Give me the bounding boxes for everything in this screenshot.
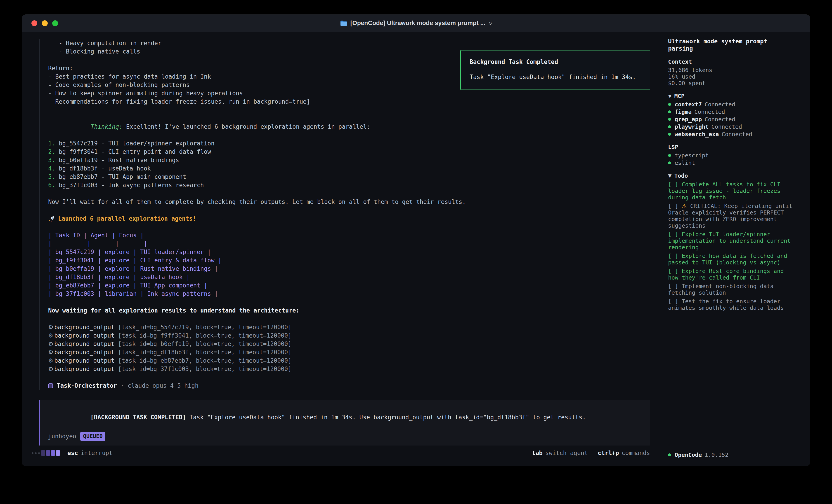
- lsp-item: typescript: [668, 152, 795, 159]
- sidebar: Ultrawork mode system prompt parsing Con…: [654, 32, 810, 466]
- lsp-section: LSP typescripteslint: [668, 144, 795, 166]
- table-line: | bg_f9ff3041 | explore | CLI entry & da…: [48, 256, 650, 264]
- agent-list-number: 1.: [48, 140, 55, 147]
- close-button[interactable]: [31, 20, 37, 26]
- toast-notification[interactable]: Background Task Completed Task "Explore …: [460, 50, 650, 90]
- agent-list-item: 5. bg_eb87ebb7 - TUI App main component: [48, 173, 650, 181]
- spinner-dot: [35, 452, 36, 454]
- tool-call: ⚙background_output [task_id=bg_5547c219,…: [48, 323, 650, 332]
- agent-list-item: 6. bg_37f1c003 - Ink async patterns rese…: [48, 181, 650, 190]
- statusbar-right: tab switch agent ctrl+p commands: [532, 450, 650, 456]
- spinner-block: [46, 450, 50, 456]
- mcp-name: playwright: [675, 123, 709, 130]
- table-line: | bg_b0effa19 | explore | Rust native bi…: [48, 264, 650, 273]
- sidebar-footer: OpenCode 1.0.152: [668, 452, 795, 466]
- chat-main: - Heavy computation in render - Blocking…: [22, 32, 654, 466]
- todo-item: [ ] Explore how data is fetched and pass…: [668, 253, 795, 266]
- table-line: | bg_5547c219 | explore | TUI loader/spi…: [48, 248, 650, 256]
- tool-args: [task_id=bg_eb87ebb7, block=true, timeou…: [118, 357, 291, 364]
- message-line: - Recommendations for fixing loader free…: [48, 97, 650, 106]
- todo-list: [ ] Complete ALL tasks to fix CLI loader…: [668, 181, 795, 311]
- context-heading: Context: [668, 58, 795, 65]
- esc-key-hint: esc: [68, 450, 78, 456]
- status-dot: [668, 162, 671, 164]
- lsp-name: eslint: [675, 160, 695, 166]
- agent-list-item: 4. bg_df18bb3f - useData hook: [48, 164, 650, 173]
- agent-list-number: 3.: [48, 157, 55, 164]
- chevron-down-icon: ▼: [668, 93, 672, 100]
- todo-item: [ ] ⚠ CRITICAL: Keep iterating until Ora…: [668, 203, 795, 229]
- zoom-button[interactable]: [52, 20, 58, 26]
- mcp-item: playwrightConnected: [668, 123, 795, 130]
- mcp-heading-label: MCP: [674, 93, 684, 100]
- tool-name: background_output: [54, 366, 118, 372]
- mcp-name: websearch_exa: [675, 131, 719, 138]
- agent-footer-model: claude-opus-4-5-high: [128, 382, 199, 390]
- todo-item: [ ] Test the fix to ensure loader animat…: [668, 298, 795, 311]
- lsp-list: typescripteslint: [668, 152, 795, 166]
- tool-call: ⚙background_output [task_id=bg_df18bb3f,…: [48, 348, 650, 357]
- agent-footer-name: Task-Orchestrator: [57, 382, 117, 390]
- mcp-item: figmaConnected: [668, 109, 795, 115]
- background-task-text: [BACKGROUND TASK COMPLETED] Task "Explor…: [48, 405, 642, 430]
- agent-footer: Task-Orchestrator · claude-opus-4-5-high: [48, 382, 650, 390]
- spinner-dot: [32, 452, 33, 454]
- mcp-list: context7ConnectedfigmaConnectedgrep_appC…: [668, 101, 795, 138]
- todo-section: ▼ Todo [ ] Complete ALL tasks to fix CLI…: [668, 172, 795, 311]
- tool-name: background_output: [54, 324, 118, 331]
- status-dot: [668, 453, 671, 456]
- gear-icon: ⚙: [48, 340, 53, 347]
- tool-name: background_output: [54, 349, 118, 356]
- tab-key-label: switch agent: [545, 450, 588, 456]
- tool-args: [task_id=bg_f9ff3041, block=true, timeou…: [118, 332, 291, 339]
- spinner-dot: [38, 452, 40, 454]
- background-task-message: [BACKGROUND TASK COMPLETED] Task "Explor…: [39, 400, 650, 446]
- mcp-item: grep_appConnected: [668, 116, 795, 122]
- mcp-name: grep_app: [675, 116, 702, 122]
- window-title: [OpenCode] Ultrawork mode system prompt …: [22, 20, 810, 27]
- background-task-label: [BACKGROUND TASK COMPLETED]: [90, 414, 186, 421]
- mcp-item: websearch_exaConnected: [668, 131, 795, 138]
- status-dot: [668, 133, 671, 136]
- commands-key-hint: ctrl+p: [598, 450, 619, 456]
- todo-item: [ ] Implement non-blocking data fetching…: [668, 283, 795, 296]
- agent-list-item: 2. bg_f9ff3041 - CLI entry point and dat…: [48, 148, 650, 156]
- mcp-name: figma: [675, 109, 692, 115]
- mcp-status: Connected: [704, 101, 735, 108]
- chevron-down-icon: ▼: [668, 172, 672, 179]
- mcp-status: Connected: [711, 123, 742, 130]
- tool-call: ⚙background_output [task_id=bg_f9ff3041,…: [48, 332, 650, 340]
- context-line: 31,686 tokens: [668, 67, 795, 74]
- table-line: | bg_eb87ebb7 | explore | TUI App compon…: [48, 281, 650, 290]
- warning-icon: ⚠: [682, 203, 686, 209]
- mcp-item: context7Connected: [668, 101, 795, 108]
- agent-list-item: 3. bg_b0effa19 - Rust native bindings: [48, 156, 650, 164]
- tool-name: background_output: [54, 357, 118, 364]
- tool-name: background_output: [54, 340, 118, 347]
- agent-footer-separator: ·: [121, 382, 124, 390]
- context-section: Context 31,686 tokens16% used$0.00 spent: [668, 58, 795, 86]
- mcp-heading[interactable]: ▼ MCP: [668, 93, 795, 100]
- gear-icon: ⚙: [48, 349, 53, 356]
- toast-body: Task "Explore useData hook" finished in …: [470, 73, 641, 81]
- todo-heading[interactable]: ▼ Todo: [668, 172, 795, 179]
- proxy-icon: ○: [489, 20, 492, 27]
- message-line: - Heavy computation in render: [48, 39, 650, 48]
- table-line: | Task ID | Agent | Focus |: [48, 231, 650, 240]
- app-brand: OpenCode: [675, 452, 702, 458]
- thinking-text: Excellent! I've launched 6 background ex…: [123, 123, 370, 130]
- toast-title: Background Task Completed: [470, 58, 641, 66]
- status-dot: [668, 110, 671, 113]
- tool-args: [task_id=bg_b0effa19, block=true, timeou…: [118, 340, 291, 347]
- todo-item: [ ] Complete ALL tasks to fix CLI loader…: [668, 181, 795, 201]
- spinner-block: [56, 450, 60, 456]
- thinking-label: Thinking:: [90, 123, 123, 130]
- agent-table: | Task ID | Agent | Focus ||----------|-…: [48, 231, 650, 298]
- message-line: - How to keep spinner animating during h…: [48, 89, 650, 97]
- lsp-heading: LSP: [668, 144, 795, 150]
- conversation-scroll[interactable]: - Heavy computation in render - Blocking…: [32, 36, 650, 446]
- minimize-button[interactable]: [42, 20, 48, 26]
- mcp-status: Connected: [722, 131, 752, 138]
- esc-key-label: interrupt: [81, 450, 112, 456]
- status-dot: [668, 103, 671, 106]
